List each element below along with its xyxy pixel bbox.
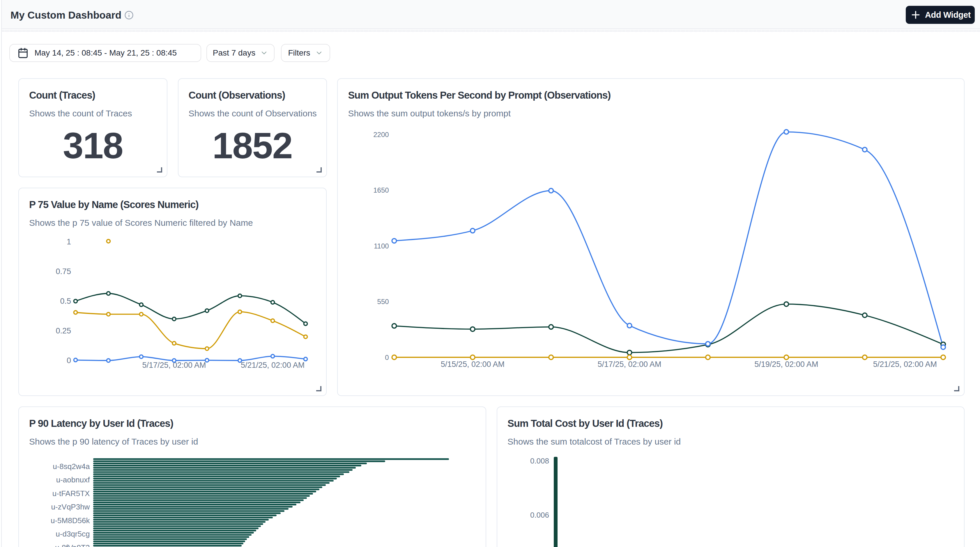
svg-text:u-tFAR5TX: u-tFAR5TX — [52, 489, 90, 498]
svg-text:0.75: 0.75 — [56, 267, 71, 276]
svg-text:5/15/25, 02:00 AM: 5/15/25, 02:00 AM — [441, 360, 504, 369]
svg-text:550: 550 — [377, 298, 389, 306]
svg-text:u-d3qr5cg: u-d3qr5cg — [56, 530, 90, 538]
svg-text:0: 0 — [67, 356, 71, 365]
svg-text:u-5M8D56k: u-5M8D56k — [51, 516, 90, 525]
svg-text:0.5: 0.5 — [60, 297, 71, 306]
svg-text:0.008: 0.008 — [530, 457, 549, 465]
svg-text:2200: 2200 — [374, 131, 389, 138]
svg-text:5/21/25, 02:00 AM: 5/21/25, 02:00 AM — [873, 360, 937, 369]
svg-text:5/17/25, 02:00 AM: 5/17/25, 02:00 AM — [598, 360, 662, 369]
svg-text:0.25: 0.25 — [56, 327, 71, 335]
svg-text:5/21/25, 02:00 AM: 5/21/25, 02:00 AM — [241, 361, 305, 369]
svg-text:1: 1 — [67, 238, 71, 246]
svg-text:u-aobnuxf: u-aobnuxf — [56, 476, 90, 484]
svg-text:5/19/25, 02:00 AM: 5/19/25, 02:00 AM — [755, 360, 818, 369]
svg-text:0: 0 — [385, 354, 389, 361]
svg-text:u-8fVa9T3: u-8fVa9T3 — [55, 543, 90, 547]
svg-text:u-zVqP3hw: u-zVqP3hw — [51, 503, 90, 511]
svg-text:u-8sq2w4a: u-8sq2w4a — [53, 462, 90, 471]
svg-text:0.006: 0.006 — [530, 511, 549, 519]
svg-text:1100: 1100 — [374, 242, 389, 250]
svg-text:1650: 1650 — [374, 186, 389, 194]
